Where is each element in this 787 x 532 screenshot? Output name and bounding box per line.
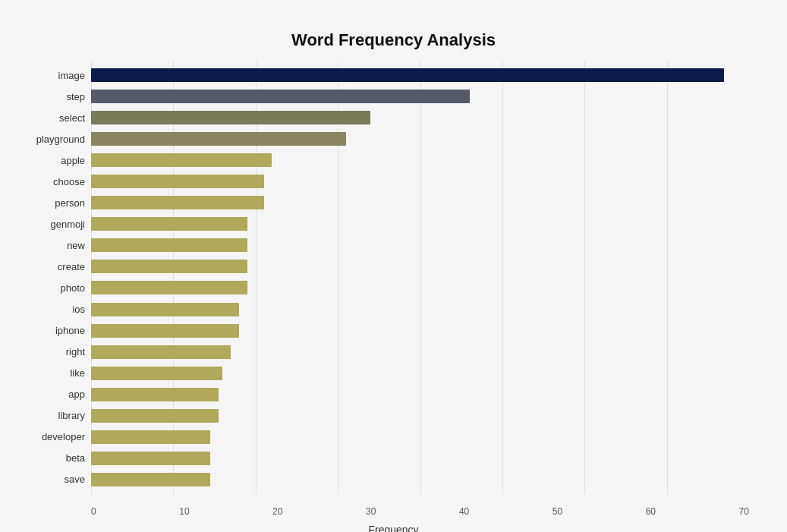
y-label-photo: photo [19, 279, 91, 296]
x-tick-40: 40 [459, 506, 469, 517]
bar-ios [91, 303, 239, 316]
bar-app [91, 388, 219, 401]
y-label-iphone: iphone [19, 323, 91, 339]
bar-right [91, 345, 231, 359]
x-axis-label: Frequency [15, 524, 772, 532]
y-label-ios: ios [19, 301, 91, 318]
y-label-person: person [19, 194, 91, 211]
chart-container: Word Frequency Analysis imagestepselectp… [15, 15, 772, 532]
bar-row-like [91, 365, 749, 382]
bar-row-library [91, 408, 749, 424]
bar-row-playground [91, 131, 749, 147]
bar-library [91, 409, 219, 423]
y-label-apple: apple [19, 152, 91, 168]
bar-row-beta [91, 450, 749, 467]
chart-area [91, 61, 749, 494]
y-label-developer: developer [19, 429, 91, 445]
bar-photo [91, 281, 247, 294]
bar-row-save [91, 471, 749, 488]
y-label-step: step [19, 88, 91, 105]
bar-image [91, 68, 724, 82]
bar-row-ios [91, 301, 749, 318]
bar-row-iphone [91, 323, 749, 339]
bar-row-genmoji [91, 216, 749, 232]
y-label-choose: choose [19, 173, 91, 190]
y-label-save: save [19, 471, 91, 488]
bar-like [91, 367, 222, 380]
x-tick-30: 30 [366, 506, 376, 517]
x-tick-60: 60 [646, 506, 656, 517]
bar-row-apple [91, 152, 749, 168]
bar-row-select [91, 109, 749, 126]
x-tick-50: 50 [552, 506, 562, 517]
bar-save [91, 473, 210, 486]
bar-iphone [91, 324, 239, 338]
x-tick-0: 0 [91, 506, 96, 517]
bar-playground [91, 132, 346, 146]
bar-choose [91, 175, 264, 188]
bar-row-new [91, 237, 749, 253]
y-label-playground: playground [19, 131, 91, 147]
x-tick-10: 10 [179, 506, 189, 517]
y-label-right: right [19, 344, 91, 360]
bar-row-photo [91, 279, 749, 296]
x-axis: 010203040506070 [91, 506, 749, 517]
bar-row-person [91, 194, 749, 211]
bar-new [91, 238, 247, 252]
bar-beta [91, 452, 210, 465]
y-label-image: image [19, 67, 91, 83]
y-axis-labels: imagestepselectplaygroundapplechoosepers… [19, 61, 91, 494]
y-label-create: create [19, 258, 91, 275]
bars-container [91, 61, 749, 494]
chart-title: Word Frequency Analysis [15, 30, 772, 50]
bar-row-create [91, 258, 749, 275]
bar-row-app [91, 386, 749, 403]
bar-row-choose [91, 173, 749, 190]
bar-step [91, 90, 470, 103]
y-label-genmoji: genmoji [19, 216, 91, 232]
bar-create [91, 260, 247, 273]
bar-row-right [91, 344, 749, 360]
y-label-beta: beta [19, 450, 91, 467]
bar-row-step [91, 88, 749, 105]
x-tick-20: 20 [272, 506, 282, 517]
y-label-select: select [19, 109, 91, 126]
bar-select [91, 111, 370, 124]
bar-person [91, 196, 264, 209]
y-label-like: like [19, 365, 91, 382]
bar-apple [91, 153, 272, 167]
y-label-app: app [19, 386, 91, 403]
bar-row-image [91, 67, 749, 83]
y-label-new: new [19, 237, 91, 253]
bar-genmoji [91, 217, 247, 231]
bar-row-developer [91, 429, 749, 445]
x-tick-70: 70 [739, 506, 749, 517]
bar-developer [91, 430, 210, 444]
y-label-library: library [19, 408, 91, 424]
